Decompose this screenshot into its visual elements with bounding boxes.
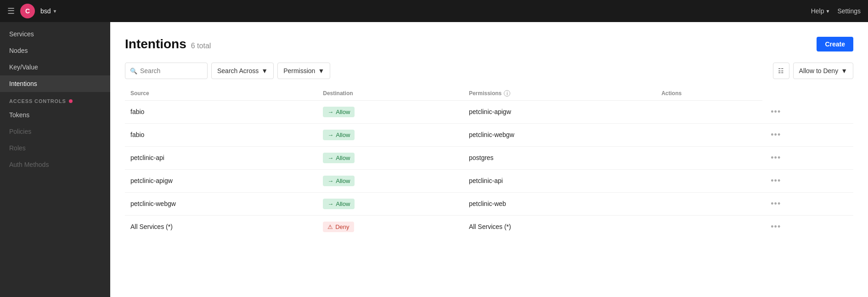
- topnav: ☰ C bsd ▼ Help ▼ Settings: [0, 0, 868, 22]
- allow-to-deny-button[interactable]: Allow to Deny ▼: [793, 63, 853, 79]
- cell-destination: petclinic-web: [463, 192, 656, 215]
- create-button[interactable]: Create: [817, 37, 853, 51]
- col-destination: Destination: [317, 86, 463, 101]
- search-input[interactable]: [140, 67, 195, 74]
- row-actions-button[interactable]: •••: [768, 129, 783, 141]
- page-count: 6 total: [191, 42, 211, 50]
- toolbar: 🔍 Search Across ▼ Permission ▼ ☷ Allow t…: [125, 63, 853, 79]
- row-actions-button[interactable]: •••: [768, 152, 783, 164]
- help-chevron-icon: ▼: [826, 9, 830, 14]
- cell-permissions: [656, 101, 762, 124]
- help-link[interactable]: Help ▼: [811, 7, 830, 15]
- action-badge: → Allow: [323, 153, 355, 163]
- sidebar-item-keyvalue[interactable]: Key/Value: [0, 59, 110, 75]
- table-row: fabio → Allow petclinic-webgw •••: [125, 123, 853, 146]
- cell-badge: → Allow: [317, 146, 463, 169]
- cell-permissions: [656, 215, 762, 238]
- cell-badge: → Allow: [317, 101, 463, 124]
- cell-actions: •••: [762, 146, 853, 169]
- permission-filter-button[interactable]: Permission ▼: [277, 63, 330, 79]
- access-controls-indicator: [69, 99, 73, 103]
- cluster-name: bsd: [40, 7, 51, 15]
- topnav-left: ☰ C bsd ▼: [7, 4, 57, 18]
- cell-destination: All Services (*): [463, 215, 656, 238]
- cell-destination: postgres: [463, 146, 656, 169]
- cell-destination: petclinic-apigw: [463, 101, 656, 124]
- row-actions-button[interactable]: •••: [768, 221, 783, 233]
- sidebar: Services Nodes Key/Value Intentions ACCE…: [0, 22, 110, 297]
- badge-icon: →: [327, 177, 333, 184]
- badge-icon: →: [327, 200, 333, 207]
- cell-badge: → Allow: [317, 123, 463, 146]
- cell-destination: petclinic-api: [463, 169, 656, 192]
- badge-label: Allow: [336, 200, 350, 207]
- col-source: Source: [125, 86, 317, 101]
- action-badge: → Allow: [323, 107, 355, 117]
- cell-actions: •••: [762, 123, 853, 146]
- cell-actions: •••: [762, 192, 853, 215]
- search-across-button[interactable]: Search Across ▼: [211, 63, 274, 79]
- row-actions-button[interactable]: •••: [768, 198, 783, 210]
- badge-icon: ⚠: [327, 223, 333, 230]
- access-controls-label: ACCESS CONTROLS: [0, 92, 110, 107]
- table-row: petclinic-apigw → Allow petclinic-api ••…: [125, 169, 853, 192]
- action-badge: → Allow: [323, 176, 355, 186]
- search-across-chevron-icon: ▼: [261, 67, 268, 74]
- cell-actions: •••: [762, 215, 853, 238]
- cell-source: fabio: [125, 123, 317, 146]
- cell-source: petclinic-webgw: [125, 192, 317, 215]
- action-badge: ⚠ Deny: [323, 222, 354, 232]
- permission-chevron-icon: ▼: [318, 67, 324, 74]
- row-actions-button[interactable]: •••: [768, 106, 783, 118]
- badge-icon: →: [327, 109, 333, 115]
- layout: Services Nodes Key/Value Intentions ACCE…: [0, 22, 868, 297]
- sidebar-item-policies: Policies: [0, 123, 110, 140]
- search-box[interactable]: 🔍: [125, 63, 208, 79]
- table-head: Source Destination Permissions i Actions: [125, 86, 853, 101]
- cell-actions: •••: [762, 169, 853, 192]
- cell-source: petclinic-apigw: [125, 169, 317, 192]
- table-row: petclinic-webgw → Allow petclinic-web ••…: [125, 192, 853, 215]
- hamburger-icon[interactable]: ☰: [7, 6, 15, 16]
- col-permissions: Permissions i: [463, 86, 656, 101]
- cluster-selector[interactable]: bsd ▼: [40, 7, 57, 15]
- badge-label: Allow: [336, 154, 350, 161]
- cell-permissions: [656, 169, 762, 192]
- sidebar-item-tokens[interactable]: Tokens: [0, 107, 110, 123]
- toolbar-right: ☷ Allow to Deny ▼: [773, 63, 853, 79]
- allow-deny-chevron-icon: ▼: [841, 67, 847, 74]
- table-row: petclinic-api → Allow postgres •••: [125, 146, 853, 169]
- filter-icon-button[interactable]: ☷: [773, 63, 789, 79]
- sidebar-item-roles: Roles: [0, 140, 110, 156]
- badge-label: Allow: [336, 177, 350, 184]
- cell-permissions: [656, 123, 762, 146]
- topnav-right: Help ▼ Settings: [811, 7, 861, 15]
- table-body: fabio → Allow petclinic-apigw ••• fabio …: [125, 101, 853, 238]
- main-content: Intentions 6 total Create 🔍 Search Acros…: [110, 22, 868, 297]
- cell-source: All Services (*): [125, 215, 317, 238]
- sidebar-item-services[interactable]: Services: [0, 26, 110, 42]
- action-badge: → Allow: [323, 199, 355, 209]
- table-header-row: Source Destination Permissions i Actions: [125, 86, 853, 101]
- cell-destination: petclinic-webgw: [463, 123, 656, 146]
- cell-badge: → Allow: [317, 169, 463, 192]
- cluster-chevron-icon: ▼: [53, 9, 57, 14]
- filter-icon: ☷: [778, 67, 784, 74]
- badge-icon: →: [327, 131, 333, 138]
- sidebar-item-nodes[interactable]: Nodes: [0, 42, 110, 59]
- badge-label: Deny: [335, 223, 349, 230]
- badge-label: Allow: [336, 131, 350, 138]
- col-actions: Actions: [656, 86, 762, 101]
- row-actions-button[interactable]: •••: [768, 175, 783, 187]
- search-icon: 🔍: [130, 68, 137, 74]
- sidebar-item-intentions[interactable]: Intentions: [0, 75, 110, 92]
- cell-badge: → Allow: [317, 192, 463, 215]
- cell-badge: ⚠ Deny: [317, 215, 463, 238]
- settings-link[interactable]: Settings: [837, 7, 861, 15]
- cell-actions: •••: [762, 101, 853, 124]
- action-badge: → Allow: [323, 130, 355, 140]
- badge-icon: →: [327, 154, 333, 161]
- cell-permissions: [656, 146, 762, 169]
- permissions-info-icon[interactable]: i: [504, 90, 510, 97]
- page-title: Intentions: [125, 37, 186, 51]
